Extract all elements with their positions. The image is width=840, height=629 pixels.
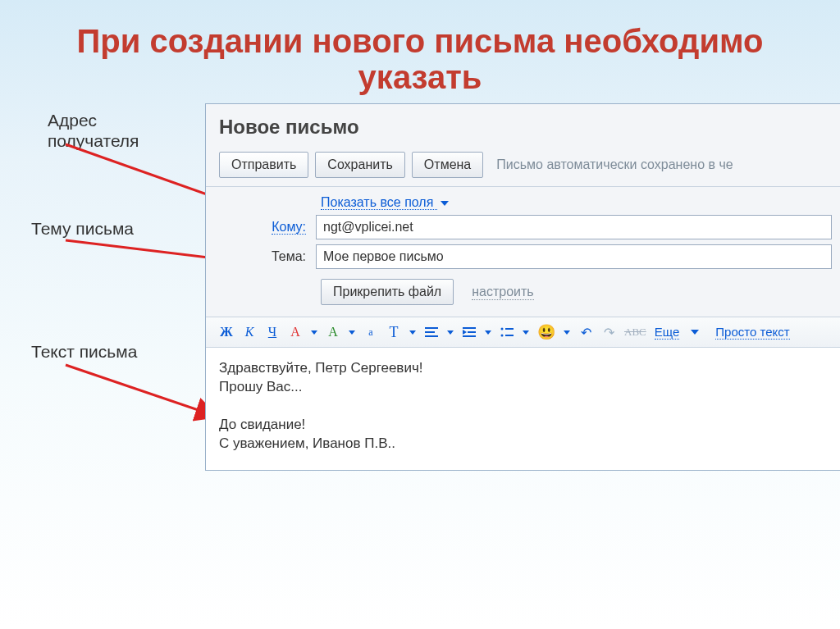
autosave-status: Письмо автоматически сохранено в че <box>496 157 733 172</box>
dropdown-icon[interactable] <box>485 330 491 335</box>
dropdown-icon[interactable] <box>409 330 416 335</box>
align-icon[interactable] <box>424 324 439 340</box>
svg-line-2 <box>66 365 217 417</box>
font-color-letter: А <box>290 325 300 340</box>
emoji-icon[interactable]: 😃 <box>537 324 555 340</box>
highlight-icon[interactable]: А <box>326 324 340 340</box>
list-icon[interactable] <box>500 324 514 340</box>
subject-field-row: Тема: <box>206 239 840 269</box>
dropdown-icon[interactable] <box>349 330 355 335</box>
dropdown-icon[interactable] <box>311 330 317 335</box>
subject-input[interactable] <box>316 244 832 269</box>
font-color-icon[interactable]: А <box>288 324 303 340</box>
redo-icon[interactable]: ↷ <box>601 324 616 340</box>
italic-icon[interactable]: К <box>242 324 257 340</box>
bold-icon[interactable]: Ж <box>219 324 234 340</box>
slide-title: При создании нового письма необходимо ук… <box>0 0 840 103</box>
save-button[interactable]: Сохранить <box>315 152 405 178</box>
to-field-row: Кому: <box>206 210 840 239</box>
attach-file-button[interactable]: Прикрепить файл <box>321 279 454 305</box>
dropdown-icon[interactable] <box>523 330 529 335</box>
show-all-fields-row: Показать все поля <box>206 187 840 210</box>
more-link[interactable]: Еще <box>655 325 680 340</box>
callout-address: Адрес получателя <box>48 110 179 151</box>
subject-label: Тема: <box>219 249 316 264</box>
email-compose-window: Новое письмо Отправить Сохранить Отмена … <box>205 103 840 471</box>
show-all-fields-label: Показать все поля <box>321 195 433 209</box>
show-all-fields-link[interactable]: Показать все поля <box>321 195 437 210</box>
dropdown-icon <box>691 330 699 335</box>
cancel-button[interactable]: Отмена <box>412 152 483 178</box>
more-label: Еще <box>655 325 680 339</box>
dropdown-icon <box>441 201 449 206</box>
svg-point-12 <box>501 335 504 337</box>
svg-marker-8 <box>463 330 467 335</box>
dropdown-icon[interactable] <box>564 330 570 335</box>
arrow-body <box>57 361 230 426</box>
main-toolbar: Отправить Сохранить Отмена Письмо автома… <box>206 147 840 187</box>
svg-point-10 <box>501 328 504 330</box>
font-size-small-icon[interactable]: а <box>363 324 378 340</box>
attach-row: Прикрепить файл настроить <box>206 269 840 317</box>
to-label-link[interactable]: Кому: <box>272 220 306 235</box>
send-button[interactable]: Отправить <box>219 152 308 178</box>
configure-link[interactable]: настроить <box>472 285 533 300</box>
indent-icon[interactable] <box>462 324 477 340</box>
remove-format-icon[interactable]: ABC <box>624 324 646 340</box>
callout-body: Текст письма <box>31 341 179 362</box>
dropdown-icon[interactable] <box>447 330 454 335</box>
callout-subject: Тему письма <box>31 218 179 239</box>
underline-icon[interactable]: Ч <box>265 324 280 340</box>
font-size-large-icon[interactable]: Т <box>386 324 401 340</box>
format-toolbar: Ж К Ч А А а Т 😃 ↶ <box>206 317 840 348</box>
content-area: Адрес получателя Тему письма Текст письм… <box>0 103 840 595</box>
to-input[interactable] <box>316 215 832 239</box>
plain-text-link[interactable]: Просто текст <box>715 325 789 340</box>
undo-icon[interactable]: ↶ <box>578 324 593 340</box>
window-title: Новое письмо <box>206 112 840 147</box>
message-body[interactable]: Здравствуйте, Петр Сергеевич! Прошу Вас.… <box>206 348 840 471</box>
